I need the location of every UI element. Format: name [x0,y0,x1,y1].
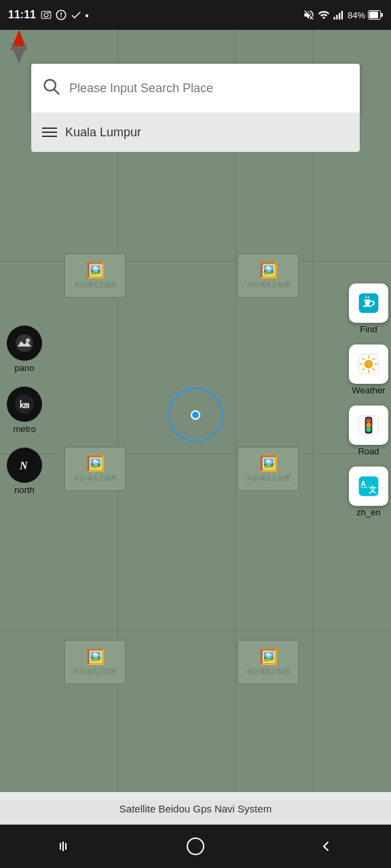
pano-circle [7,326,42,361]
status-time: 11:11 [8,9,36,21]
map-grid-h1 [0,261,391,262]
nav-home-button[interactable] [175,826,216,867]
svg-point-35 [366,427,371,432]
road-box [349,406,388,445]
nav-back-button[interactable] [305,826,346,867]
metro-button[interactable]: ㎞ metro [7,387,42,434]
signal-icon [333,9,345,21]
map-grid-h2 [0,454,391,454]
svg-marker-10 [11,43,27,64]
svg-text:㎞: ㎞ [19,399,30,410]
check-icon [70,9,82,21]
status-right: 84% [303,9,383,21]
search-input[interactable] [69,81,349,96]
svg-rect-43 [187,838,204,854]
svg-point-22 [365,360,373,369]
notification-dot: ● [85,12,89,19]
nav-bar [0,825,391,868]
road-icon [356,413,381,437]
north-circle: N [7,448,42,483]
weather-box [349,344,388,384]
metro-circle: ㎞ [7,387,42,422]
svg-rect-8 [369,12,378,18]
translate-icon: A 文 [356,474,381,498]
svg-point-13 [16,334,33,352]
find-icon [356,291,381,315]
svg-point-33 [366,418,371,423]
map-tile-3: 🖼️ 此区域无正版图 [64,447,126,491]
battery-text: 84% [348,10,365,20]
road-button[interactable]: Road [349,406,388,456]
mute-icon [303,9,315,21]
translate-button[interactable]: A 文 zh_en [349,467,388,517]
map-tile-5: 🖼️ 此区域无正版图 [64,640,126,684]
svg-text:文: 文 [369,485,377,494]
svg-rect-42 [65,843,67,850]
find-button[interactable]: Find [349,283,388,334]
map-tile-6: 🖼️ 此区域无正版图 [238,640,299,684]
svg-rect-20 [363,306,372,307]
compass-logo [7,30,31,66]
map-grid-h3 [0,631,391,631]
pano-icon [14,333,35,353]
battery-icon [368,10,383,20]
search-icon [42,77,61,96]
pano-label: pano [15,363,35,373]
north-icon: N [14,454,35,476]
photo-icon [40,9,52,21]
translate-label: zh_en [356,507,380,517]
current-location: Kuala Lumpur [65,125,141,140]
translate-box: A 文 [349,467,388,506]
search-icon-wrap [42,77,61,99]
svg-point-2 [48,12,50,13]
svg-rect-5 [339,13,340,20]
svg-point-1 [44,13,48,17]
weather-label: Weather [352,385,386,395]
status-icons-left: ● [40,9,89,21]
svg-point-34 [366,422,371,427]
location-bar[interactable]: Kuala Lumpur [31,113,360,152]
map-tile-2: 🖼️ 此区域无正版图 [238,254,299,298]
status-bar: 11:11 ● 84% [0,0,391,30]
bottom-bar: Satellite Beidou Gps Navi System [0,792,391,825]
road-label: Road [358,446,379,456]
center-dot [191,410,200,420]
svg-point-14 [26,338,30,342]
map-tile-4: 🖼️ 此区域无正版图 [238,447,299,491]
metro-icon: ㎞ [14,393,35,415]
svg-text:N: N [19,460,29,471]
svg-rect-3 [333,17,335,20]
weather-button[interactable]: Weather [349,344,388,395]
svg-text:A: A [360,479,366,488]
svg-rect-6 [341,11,343,20]
find-label: Find [360,324,377,334]
north-button[interactable]: N north [7,448,42,495]
weather-icon [356,352,381,376]
bottom-text: Satellite Beidou Gps Navi System [119,803,272,814]
svg-rect-41 [62,842,64,851]
svg-rect-4 [336,15,337,20]
find-box [349,283,388,323]
notes-icon [55,9,67,21]
pano-button[interactable]: pano [7,326,42,373]
search-bar[interactable] [31,64,360,113]
hamburger-menu-icon[interactable] [42,127,57,137]
metro-label: metro [13,424,35,434]
nav-menu-button[interactable] [45,826,86,867]
wifi-icon [318,9,330,21]
map-tile-1: 🖼️ 此区域无正版图 [64,254,126,298]
svg-rect-40 [60,843,61,850]
north-label: north [14,485,35,495]
svg-line-12 [54,90,58,94]
